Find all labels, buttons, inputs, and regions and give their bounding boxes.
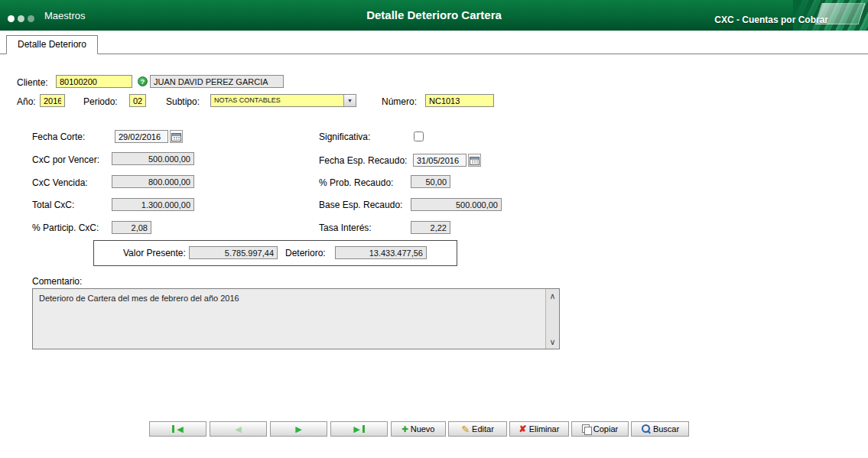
tab-detalle-deterioro[interactable]: Detalle Deterioro [6, 35, 98, 54]
calendar-icon[interactable] [468, 154, 481, 167]
eliminar-button[interactable]: ✘ Eliminar [509, 421, 569, 437]
numero-label: Número: [382, 96, 417, 107]
calendar-icon[interactable] [170, 130, 183, 143]
chevron-down-icon[interactable]: ▼ [343, 95, 356, 106]
fecha-corte-input[interactable] [115, 130, 168, 143]
subtipo-label: Subtipo: [166, 96, 200, 107]
fecha-corte-label: Fecha Corte: [32, 132, 85, 142]
base-esp-recaudo-field [411, 198, 502, 211]
fecha-esp-recaudo-label: Fecha Esp. Recaudo: [319, 155, 407, 166]
copiar-button-label: Copiar [593, 424, 618, 434]
editar-button-label: Editar [472, 424, 494, 434]
totals-groupbox: Valor Presente: Deterioro: [93, 240, 457, 266]
subtipo-value: NOTAS CONTABLES [211, 95, 343, 106]
previous-arrow-icon: ◀ [235, 425, 241, 434]
buscar-button-label: Buscar [653, 424, 679, 434]
comentario-textarea[interactable]: Deterioro de Cartera del mes de febrero … [32, 288, 560, 349]
cliente-label: Cliente: [17, 77, 48, 88]
calendar-glyph [171, 132, 181, 141]
prob-recaudo-label: % Prob. Recaudo: [319, 177, 393, 188]
plus-icon: + [402, 424, 408, 434]
app-window: Maestros Detalle Deterioro Cartera CXC -… [0, 0, 868, 458]
first-record-button[interactable]: ◀ [149, 421, 206, 437]
fecha-esp-recaudo-input[interactable] [413, 154, 467, 167]
tab-bar: Detalle Deterioro [0, 31, 868, 54]
particip-cxc-label: % Particip. CxC: [32, 223, 99, 233]
first-bar-icon [172, 425, 174, 433]
comentario-text[interactable]: Deterioro de Cartera del mes de febrero … [33, 289, 545, 349]
cliente-code-input[interactable] [56, 75, 132, 88]
nuevo-button-label: Nuevo [411, 424, 435, 434]
valor-presente-label: Valor Presente: [123, 248, 186, 258]
calendar-glyph [470, 156, 480, 165]
copiar-button[interactable]: Copiar [571, 421, 629, 437]
tasa-interes-label: Tasa Interés: [319, 223, 372, 233]
previous-record-button[interactable]: ◀ [210, 421, 267, 437]
deterioro-field [335, 246, 427, 259]
significativa-checkbox[interactable] [414, 132, 424, 141]
numero-input[interactable] [425, 94, 494, 107]
anio-label: Año: [17, 96, 36, 107]
total-cxc-label: Total CxC: [32, 200, 74, 210]
help-icon[interactable]: ? [138, 76, 148, 86]
header-bar: Maestros Detalle Deterioro Cartera CXC -… [0, 0, 868, 31]
last-record-button[interactable]: ▶ [330, 421, 388, 437]
tasa-interes-field [411, 221, 450, 234]
scroll-up-icon[interactable]: ∧ [546, 289, 559, 303]
next-record-button[interactable]: ▶ [270, 421, 327, 437]
subtipo-select[interactable]: NOTAS CONTABLES ▼ [210, 94, 356, 107]
buscar-button[interactable]: Buscar [631, 421, 689, 437]
cxc-por-vencer-field [112, 152, 194, 165]
search-icon [641, 424, 651, 434]
module-label: CXC - Cuentas por Cobrar [714, 15, 828, 25]
cxc-por-vencer-label: CxC por Vencer: [32, 154, 99, 165]
comentario-label: Comentario: [32, 276, 82, 287]
last-bar-icon [362, 425, 365, 433]
valor-presente-field [189, 246, 278, 259]
base-esp-recaudo-label: Base Esp. Recaudo: [319, 200, 402, 210]
nuevo-button[interactable]: + Nuevo [391, 421, 446, 437]
copy-icon [582, 424, 591, 434]
prob-recaudo-field [411, 175, 450, 188]
comment-scrollbar[interactable]: ∧ ∨ [545, 289, 559, 349]
cxc-vencida-field [112, 175, 194, 188]
anio-input[interactable] [40, 94, 65, 107]
editar-button[interactable]: ✎ Editar [448, 421, 507, 437]
pencil-icon: ✎ [461, 424, 470, 434]
first-arrow-icon: ◀ [177, 425, 183, 434]
periodo-input[interactable] [129, 94, 146, 107]
significativa-label: Significativa: [319, 132, 370, 142]
particip-cxc-field [112, 221, 151, 234]
total-cxc-field [112, 198, 194, 211]
deterioro-label: Deterioro: [285, 248, 326, 258]
scroll-down-icon[interactable]: ∨ [546, 335, 559, 349]
delete-x-icon: ✘ [519, 424, 527, 434]
periodo-label: Periodo: [83, 96, 118, 107]
eliminar-button-label: Eliminar [529, 424, 560, 434]
cxc-vencida-label: CxC Vencida: [32, 177, 88, 188]
last-arrow-icon: ▶ [353, 425, 359, 434]
cliente-nombre-field [150, 75, 284, 88]
next-arrow-icon: ▶ [295, 425, 301, 434]
